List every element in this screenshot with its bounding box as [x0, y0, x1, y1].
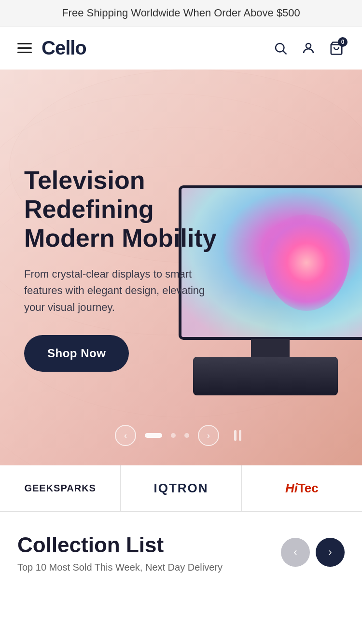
carousel-controls: ‹ ›: [0, 425, 362, 446]
hero-banner: Television Redefining Modern Mobility Fr…: [0, 70, 362, 465]
hamburger-menu[interactable]: [17, 43, 32, 53]
brand-geeksparks[interactable]: GEEKSPARKS: [0, 465, 121, 511]
carousel-dot-2[interactable]: [171, 433, 176, 438]
user-icon: [301, 41, 316, 56]
header-right: 0: [272, 40, 345, 56]
collection-prev-button[interactable]: ‹: [281, 538, 310, 567]
chevron-right-icon: ›: [207, 431, 210, 441]
pause-bar: [239, 430, 241, 441]
header: Cello 0: [0, 27, 362, 70]
brand-iqtron[interactable]: IQTRON: [121, 465, 241, 511]
brands-bar: GEEKSPARKS IQTRON HiTec: [0, 465, 362, 512]
iqtron-logo: IQTRON: [153, 481, 208, 496]
geeksparks-logo: GEEKSPARKS: [24, 483, 96, 494]
chevron-right-icon: ›: [328, 546, 332, 559]
collection-nav: ‹ ›: [281, 538, 345, 567]
carousel-pause-button[interactable]: [228, 426, 247, 445]
collection-section: Collection List Top 10 Most Sold This We…: [0, 512, 362, 588]
svg-line-1: [283, 51, 287, 54]
chevron-left-icon: ‹: [293, 546, 297, 559]
logo[interactable]: Cello: [42, 37, 86, 59]
search-button[interactable]: [272, 40, 289, 56]
collection-next-button[interactable]: ›: [316, 538, 345, 567]
brand-hitec[interactable]: HiTec: [242, 465, 362, 511]
tv-stand-neck: [251, 339, 290, 358]
svg-point-0: [276, 43, 284, 52]
collection-title: Collection List: [17, 533, 223, 557]
pause-bar: [234, 430, 237, 441]
chevron-left-icon: ‹: [124, 431, 127, 441]
svg-point-2: [306, 43, 311, 48]
announcement-bar: Free Shipping Worldwide When Order Above…: [0, 0, 362, 27]
hero-title: Television Redefining Modern Mobility: [24, 166, 246, 252]
hitec-hi: Hi: [285, 481, 298, 495]
pause-icon: [234, 430, 241, 441]
cart-badge: 0: [338, 37, 348, 47]
carousel-next-button[interactable]: ›: [198, 425, 219, 446]
carousel-prev-button[interactable]: ‹: [115, 425, 136, 446]
carousel-dot-1[interactable]: [145, 433, 162, 438]
carousel-dot-3[interactable]: [184, 433, 189, 438]
collection-text: Collection List Top 10 Most Sold This We…: [17, 533, 223, 573]
announcement-text: Free Shipping Worldwide When Order Above…: [62, 7, 300, 19]
account-button[interactable]: [300, 40, 317, 56]
shop-now-button[interactable]: Shop Now: [24, 335, 129, 372]
hitec-tec: Tec: [298, 481, 319, 495]
collection-subtitle: Top 10 Most Sold This Week, Next Day Del…: [17, 562, 223, 573]
header-left: Cello: [17, 37, 86, 59]
hero-content: Television Redefining Modern Mobility Fr…: [24, 166, 246, 372]
hamburger-line: [17, 52, 32, 53]
cart-wrapper: 0: [328, 40, 345, 56]
search-icon: [273, 41, 288, 56]
hamburger-line: [17, 47, 32, 49]
hamburger-line: [17, 43, 32, 44]
hitec-logo: HiTec: [285, 481, 319, 496]
hero-description: From crystal-clear displays to smart fea…: [24, 266, 217, 315]
